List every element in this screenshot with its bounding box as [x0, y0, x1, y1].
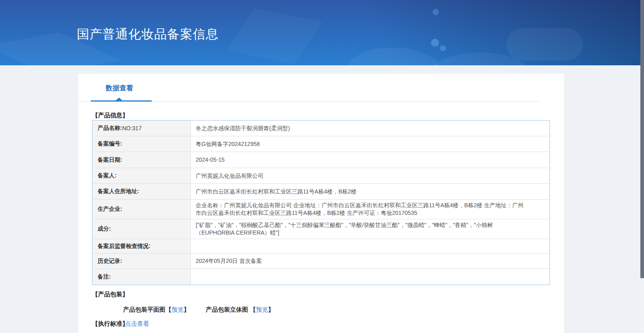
banner-decor-blob: [347, 48, 440, 65]
banner-decor-circle: [433, 9, 439, 15]
row-label: 备注:: [92, 269, 191, 285]
row-value: [191, 239, 550, 253]
table-row-history: 历史记录: 2024年05月20日 首次备案: [92, 254, 550, 269]
tab-active-arrow-icon: [116, 98, 122, 100]
bracket-close: 】: [184, 306, 190, 313]
row-value: 广州市白云区嘉禾街长红村双和工业区三路11号A栋4楼，B栋2楼: [191, 184, 550, 199]
bracket-open: 【: [165, 306, 171, 313]
row-value: 冬之恋水感保湿防干裂润唇膏(柔润型): [191, 121, 550, 136]
content-card: 数据查看 【产品信息】 产品名称:NO:317 冬之恋水感保湿防干裂润唇膏(柔润…: [78, 74, 564, 333]
packaging-solid-item: 产品包装立体图 【预览】: [206, 306, 274, 314]
row-label: 历史记录:: [92, 254, 191, 268]
row-label: 成分:: [92, 219, 191, 239]
tab-active-underline: [91, 100, 152, 102]
packaging-solid-label: 产品包装立体图: [206, 306, 248, 313]
packaging-solid-preview-link[interactable]: 预览: [256, 306, 268, 313]
page-banner: 国产普通化妆品备案信息: [0, 0, 644, 65]
page-title: 国产普通化妆品备案信息: [77, 26, 219, 43]
section-title-packaging: 【产品包装】: [92, 291, 128, 298]
table-row-registrant-address: 备案人住所地址: 广州市白云区嘉禾街长红村双和工业区三路11号A栋4楼，B栋2楼: [92, 184, 550, 200]
row-value: 2024-05-15: [191, 152, 550, 168]
packaging-flat-item: 产品包装平面图【预览】: [123, 306, 190, 314]
row-value: 企业名称：广州英妮儿化妆品有限公司 企业地址：广州市白云区嘉禾街长红村双和工业区…: [191, 200, 550, 219]
row-label: 备案日期:: [92, 152, 191, 168]
table-row-supervision-check: 备案后监督检查情况:: [92, 239, 550, 254]
row-value: [191, 269, 550, 285]
table-row-manufacturer: 生产企业: 企业名称：广州英妮儿化妆品有限公司 企业地址：广州市白云区嘉禾街长红…: [92, 200, 550, 219]
table-row-ingredients: 成分: ["矿脂"，"矿油"，"棕榈酸乙基己酯"，"十三烷醇偏苯三酸酯"，"辛酸…: [92, 219, 550, 239]
product-number: NO:317: [122, 125, 142, 131]
banner-decor-circle: [431, 39, 439, 47]
table-row-remarks: 备注:: [92, 269, 550, 285]
packaging-flat-preview-link[interactable]: 预览: [171, 306, 184, 313]
row-value: 粤G妆网备字2024212958: [191, 136, 550, 152]
banner-decor-circle: [440, 45, 446, 51]
row-label: 备案后监督检查情况:: [92, 239, 191, 253]
section-title-standard: 【执行标准】: [92, 320, 128, 328]
standard-view-link[interactable]: 点击查看: [125, 320, 149, 328]
table-row-registrant: 备案人: 广州英妮儿化妆品有限公司: [92, 168, 550, 184]
row-value: 2024年05月20日 首次备案: [191, 254, 550, 268]
row-label: 产品名称:NO:317: [92, 121, 191, 136]
bracket-close: 】: [268, 306, 274, 313]
banner-decor-blob: [506, 28, 583, 60]
scrollbar-thumb[interactable]: [640, 0, 644, 278]
row-label: 备案编号:: [92, 136, 191, 152]
page-scrollbar[interactable]: [640, 0, 644, 333]
row-label: 生产企业:: [92, 200, 191, 219]
packaging-flat-label: 产品包装平面图: [123, 306, 165, 313]
product-info-table: 产品名称:NO:317 冬之恋水感保湿防干裂润唇膏(柔润型) 备案编号: 粤G妆…: [92, 120, 550, 285]
banner-decor-polygon: [226, 8, 323, 65]
bracket-open: 【: [250, 306, 256, 313]
row-label: 备案人住所地址:: [92, 184, 191, 199]
row-value: 广州英妮儿化妆品有限公司: [191, 168, 550, 183]
table-row-product-name: 产品名称:NO:317 冬之恋水感保湿防干裂润唇膏(柔润型): [92, 121, 550, 136]
row-value: ["矿脂"，"矿油"，"棕榈酸乙基己酯"，"十三烷醇偏苯三酸酯"，"辛酸/癸酸甘…: [191, 219, 550, 239]
table-row-filing-date: 备案日期: 2024-05-15: [92, 152, 550, 168]
tab-data-view[interactable]: 数据查看: [106, 83, 133, 93]
section-title-product-info: 【产品信息】: [92, 112, 128, 119]
row-label: 备案人:: [92, 168, 191, 183]
table-row-filing-number: 备案编号: 粤G妆网备字2024212958: [92, 136, 550, 152]
